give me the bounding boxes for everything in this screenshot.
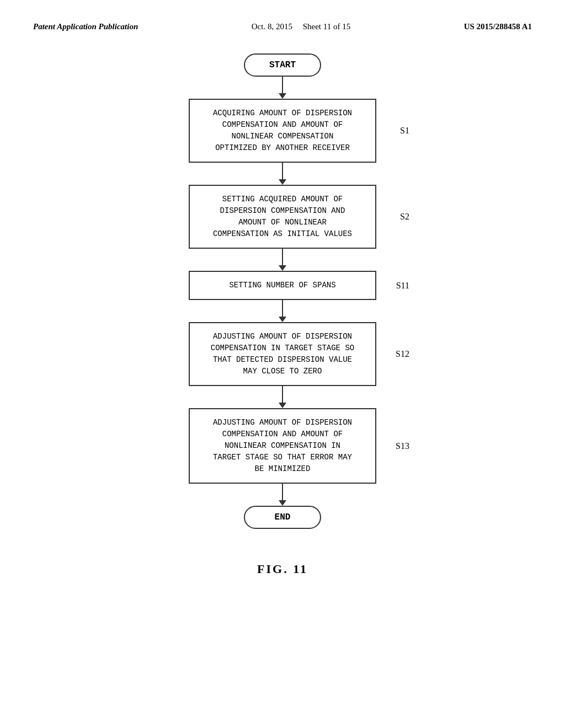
step-s13-box: ADJUSTING AMOUNT OF DISPERSION COMPENSAT… bbox=[189, 408, 376, 484]
step-s13-row: ADJUSTING AMOUNT OF DISPERSION COMPENSAT… bbox=[189, 408, 376, 484]
end-label: END bbox=[275, 512, 291, 522]
step-s11-box: SETTING NUMBER OF SPANS bbox=[189, 271, 376, 300]
arrow-line-4 bbox=[282, 300, 283, 317]
arrow-1 bbox=[279, 77, 286, 99]
step-s1-box: ACQUIRING AMOUNT OF DISPERSION COMPENSAT… bbox=[189, 99, 376, 163]
arrow-5 bbox=[279, 386, 286, 408]
publication-label: Patent Application Publication bbox=[33, 22, 138, 31]
date-label: Oct. 8, 2015 bbox=[252, 22, 292, 31]
arrow-3 bbox=[279, 249, 286, 271]
arrow-head-5 bbox=[279, 403, 286, 408]
page-header: Patent Application Publication Oct. 8, 2… bbox=[33, 22, 532, 31]
step-s2-box: SETTING ACQUIRED AMOUNT OF DISPERSION CO… bbox=[189, 185, 376, 249]
sheet-label: Sheet 11 of 15 bbox=[303, 22, 351, 31]
step-s2-row: SETTING ACQUIRED AMOUNT OF DISPERSION CO… bbox=[189, 185, 376, 249]
arrow-line-5 bbox=[282, 386, 283, 403]
step-s13-label: S13 bbox=[395, 441, 409, 451]
arrow-head bbox=[279, 93, 286, 99]
end-shape: END bbox=[244, 506, 321, 529]
patent-number: US 2015/288458 A1 bbox=[464, 22, 532, 31]
arrow-line-2 bbox=[282, 163, 283, 179]
step-s1-row: ACQUIRING AMOUNT OF DISPERSION COMPENSAT… bbox=[189, 99, 376, 163]
arrow-line-6 bbox=[282, 484, 283, 500]
step-s2-label: S2 bbox=[399, 212, 409, 222]
arrow-head-4 bbox=[279, 317, 286, 322]
arrow-6 bbox=[279, 484, 286, 506]
start-shape: START bbox=[244, 53, 321, 77]
arrow-head-2 bbox=[279, 179, 286, 185]
arrow-head-6 bbox=[279, 500, 286, 506]
step-s12-box: ADJUSTING AMOUNT OF DISPERSION COMPENSAT… bbox=[189, 322, 376, 386]
step-s11-label: S11 bbox=[396, 281, 409, 291]
arrow-line-3 bbox=[282, 249, 283, 265]
arrow-line bbox=[282, 77, 283, 93]
arrow-4 bbox=[279, 300, 286, 322]
flowchart: START ACQUIRING AMOUNT OF DISPERSION COM… bbox=[33, 53, 532, 529]
step-s12-row: ADJUSTING AMOUNT OF DISPERSION COMPENSAT… bbox=[189, 322, 376, 386]
arrow-head-3 bbox=[279, 265, 286, 271]
start-label: START bbox=[269, 60, 296, 70]
step-s1-label: S1 bbox=[399, 126, 409, 136]
step-s11-row: SETTING NUMBER OF SPANS S11 bbox=[189, 271, 376, 300]
arrow-2 bbox=[279, 163, 286, 185]
figure-caption: FIG. 11 bbox=[33, 562, 532, 576]
header-center: Oct. 8, 2015 Sheet 11 of 15 bbox=[252, 22, 350, 31]
page: Patent Application Publication Oct. 8, 2… bbox=[0, 0, 565, 728]
step-s12-label: S12 bbox=[395, 349, 409, 359]
